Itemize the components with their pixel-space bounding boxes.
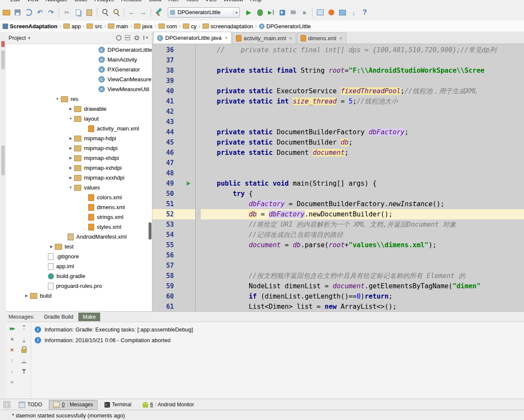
code-line[interactable] xyxy=(201,76,524,86)
line-number[interactable]: 56 xyxy=(152,250,174,260)
gutter-line[interactable]: 49 xyxy=(152,178,195,189)
line-number[interactable]: 39 xyxy=(152,76,174,86)
tree-item[interactable]: CViewCanMeasure xyxy=(6,74,152,84)
code-line[interactable]: document = db.parse(root+"values\\dimens… xyxy=(201,240,524,250)
toolwindow-button-todo[interactable]: TODO xyxy=(15,400,46,410)
editor-tab[interactable]: CDPGeneratorLittle.java× xyxy=(153,32,232,44)
jump-first-icon[interactable]: ↑ xyxy=(18,323,30,334)
menu-tools[interactable]: Tools xyxy=(182,0,202,4)
settings-gear-icon[interactable] xyxy=(133,34,140,41)
code-line[interactable]: // private static final int[] dps = {100… xyxy=(201,45,524,55)
menu-navigate[interactable]: Navigate xyxy=(42,0,71,4)
gutter-line[interactable]: 46 xyxy=(152,148,195,158)
gutter-line[interactable]: 47 xyxy=(152,158,195,168)
gutter-line[interactable]: 56 xyxy=(152,250,195,260)
tree-item[interactable]: app.iml xyxy=(6,261,152,271)
code-line[interactable] xyxy=(201,55,524,65)
jump-last-icon[interactable]: ↓ xyxy=(18,334,30,344)
line-number[interactable]: 49 xyxy=(152,178,174,189)
line-number[interactable]: 40 xyxy=(152,86,174,96)
gutter-line[interactable]: 53 xyxy=(152,219,195,230)
replace-icon[interactable] xyxy=(110,7,122,18)
gutter-line[interactable]: 43 xyxy=(152,117,195,127)
tree-item[interactable]: ▼values xyxy=(6,183,152,192)
breadcrumb-item[interactable]: cy xyxy=(182,23,197,30)
menu-view[interactable]: View xyxy=(23,0,42,4)
code-line[interactable] xyxy=(201,168,524,178)
breadcrumb-item[interactable]: screenadaptation xyxy=(202,23,254,30)
breadcrumb-item[interactable]: ScreenAdaptation xyxy=(2,23,58,30)
code-line[interactable]: public static void main(String[] args) { xyxy=(201,178,524,189)
gutter-line[interactable]: 54 xyxy=(152,230,195,240)
close-icon[interactable]: × xyxy=(6,344,18,355)
filter-icon[interactable] xyxy=(18,366,30,376)
debug-icon[interactable] xyxy=(254,7,265,18)
breadcrumb-item[interactable]: main xyxy=(107,23,129,30)
find-icon[interactable] xyxy=(99,7,110,18)
collapse-arrow-icon[interactable]: ▼ xyxy=(67,117,74,121)
code-line[interactable]: //按文档顺序返回包含在文档中且具有给定标记名称的所有 Element 的 xyxy=(201,271,524,281)
run-line-icon[interactable] xyxy=(187,181,191,186)
line-number[interactable]: 45 xyxy=(152,137,174,148)
breadcrumb-item[interactable]: CDPGeneratorLittle xyxy=(258,23,312,30)
chevron-down-icon[interactable]: ▾ xyxy=(28,35,30,40)
tree-item[interactable]: strings.xml xyxy=(6,212,152,222)
gutter-line[interactable]: 59 xyxy=(152,281,195,291)
breadcrumb-item[interactable]: app xyxy=(63,23,82,30)
tree-item[interactable]: ▶mipmap-xhdpi xyxy=(6,153,152,163)
gutter-line[interactable]: 57 xyxy=(152,260,195,271)
code-line[interactable] xyxy=(201,117,524,127)
gutter-line[interactable]: 55 xyxy=(152,240,195,250)
menu-help[interactable]: Help xyxy=(247,0,265,4)
close-tab-icon[interactable]: × xyxy=(289,35,292,41)
sync-icon[interactable] xyxy=(23,7,34,18)
stop-icon[interactable]: ■ xyxy=(299,7,310,18)
tree-item[interactable]: CMainActivity xyxy=(6,55,152,65)
line-number[interactable]: 55 xyxy=(152,240,174,250)
code-lines[interactable]: // private static final int[] dps = {100… xyxy=(196,44,524,311)
collapse-arrow-icon[interactable]: ▼ xyxy=(54,97,61,101)
avd-manager-icon[interactable] xyxy=(315,7,326,18)
tree-item[interactable]: styles.xml xyxy=(6,222,152,232)
gutter-line[interactable]: 39 xyxy=(152,76,195,86)
line-number[interactable]: 47 xyxy=(152,158,174,168)
menu-vcs[interactable]: VCS xyxy=(202,0,220,4)
line-number[interactable]: 59 xyxy=(152,281,174,291)
tree-item[interactable]: ▶drawable xyxy=(6,104,152,114)
line-number[interactable]: 43 xyxy=(152,117,174,127)
gutter-line[interactable]: 42 xyxy=(152,106,195,117)
tree-item[interactable]: CDPGeneratorLittle xyxy=(6,45,152,55)
code-line[interactable]: private static ExecutorService fixedThre… xyxy=(201,86,524,96)
project-panel-title[interactable]: Project xyxy=(9,35,26,41)
line-number[interactable]: 41 xyxy=(152,96,174,106)
line-number[interactable]: 57 xyxy=(152,260,174,271)
open-icon[interactable] xyxy=(1,7,12,18)
expand-arrow-icon[interactable]: ▶ xyxy=(67,107,74,111)
tree-item[interactable]: ▶build xyxy=(6,291,152,301)
menu-edit[interactable]: Edit xyxy=(7,0,23,4)
lock-icon[interactable] xyxy=(18,344,30,355)
paste-icon[interactable] xyxy=(83,7,95,18)
copy-icon[interactable] xyxy=(72,7,83,18)
save-icon[interactable] xyxy=(12,7,23,18)
tree-item[interactable]: ▶mipmap-xxhdpi xyxy=(6,163,152,173)
gradle-sync-icon[interactable] xyxy=(326,7,337,18)
export-icon[interactable]: ↓ xyxy=(18,355,30,366)
locate-file-icon[interactable] xyxy=(115,34,122,41)
down-icon[interactable]: ↓ xyxy=(6,366,18,376)
line-number[interactable]: 58 xyxy=(152,271,174,281)
code-line[interactable]: private static int size_thread = 5;//线程池… xyxy=(201,96,524,106)
tree-item[interactable]: ▶mipmap-xxxhdpi xyxy=(6,173,152,183)
messages-tab-make[interactable]: Make xyxy=(78,313,100,321)
code-line[interactable]: private static DocumentBuilderFactory db… xyxy=(201,127,524,137)
breadcrumb-item[interactable]: java xyxy=(133,23,153,30)
expand-arrow-icon[interactable]: ▶ xyxy=(67,136,74,140)
code-line[interactable]: dbFactory = DocumentBuilderFactory.newIn… xyxy=(201,199,524,209)
collapse-arrow-icon[interactable]: ▼ xyxy=(67,186,74,189)
undo-icon[interactable]: ↶ xyxy=(34,7,45,18)
redo-icon[interactable]: ↷ xyxy=(45,7,57,18)
run-icon[interactable]: ▶ xyxy=(243,7,254,18)
gutter-line[interactable]: 48 xyxy=(152,168,195,178)
line-number[interactable]: 60 xyxy=(152,291,174,302)
code-line[interactable]: List<Dimen> list = new ArrayList<>(); xyxy=(201,302,524,311)
